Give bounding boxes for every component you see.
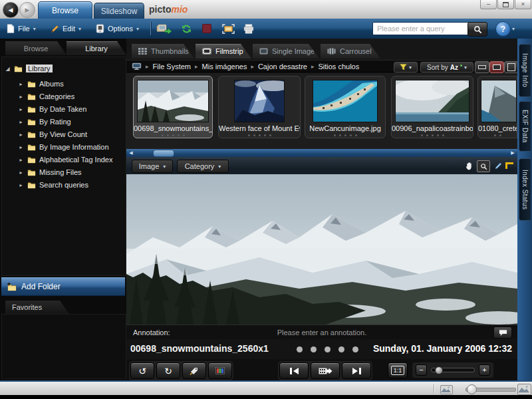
view-size-small-button[interactable] bbox=[475, 61, 489, 73]
tree-item-albums[interactable]: ▸Albums bbox=[2, 78, 64, 90]
tree-collapse-icon[interactable]: ▸ bbox=[18, 94, 24, 100]
actual-size-button[interactable]: 1:1 bbox=[388, 362, 408, 378]
thumbnail-label: 01080_crete bbox=[478, 124, 517, 132]
thumbnail-napali-coast[interactable]: 00906_napalicoastrainbow bbox=[391, 76, 473, 138]
view-tab-carrousel[interactable]: Carrousel bbox=[321, 44, 380, 59]
tree-root-library[interactable]: ◢ Library bbox=[2, 63, 53, 74]
scroll-right-icon[interactable]: ▶ bbox=[508, 149, 517, 157]
tab-image-info[interactable]: Image Info bbox=[519, 44, 531, 97]
previous-image-button[interactable] bbox=[279, 362, 309, 379]
category-menu-button[interactable]: Category▾ bbox=[177, 160, 229, 173]
breadcrumb-file-system[interactable]: File System bbox=[153, 63, 191, 70]
tag-button[interactable] bbox=[182, 362, 206, 379]
thumbnail-crete[interactable]: 01080_crete bbox=[477, 76, 517, 138]
film-advance-icon bbox=[319, 367, 332, 375]
viewer-image-snowmountains[interactable] bbox=[126, 174, 517, 325]
annotation-input[interactable]: Please enter an annotation. bbox=[126, 329, 517, 336]
help-button[interactable]: ? bbox=[495, 21, 511, 37]
logo-mio: mio bbox=[171, 4, 188, 15]
tree-item-search-queries[interactable]: ▸Search queries bbox=[2, 179, 88, 191]
export-images-button[interactable] bbox=[154, 21, 174, 37]
nav-back-button[interactable]: ◀ bbox=[3, 2, 19, 18]
nav-forward-button[interactable]: ▶ bbox=[19, 2, 35, 18]
thumbnail-size-small-icon[interactable] bbox=[440, 385, 453, 394]
sidebar-tab-browse[interactable]: Browse bbox=[5, 41, 66, 55]
add-folder-button[interactable]: Add Folder bbox=[1, 277, 125, 296]
stop-button[interactable] bbox=[200, 21, 214, 37]
view-tab-filmstrip[interactable]: Filmstrip bbox=[196, 44, 251, 59]
filmstrip-scrollbar[interactable]: ◀ ▶ bbox=[126, 149, 517, 157]
breadcrumb-cajon-desastre[interactable]: Cajon desastre bbox=[258, 63, 307, 70]
tree-item-by-image-information[interactable]: ▸By Image Information bbox=[2, 141, 109, 153]
scroll-left-icon[interactable]: ◀ bbox=[126, 149, 136, 157]
tree-collapse-icon[interactable]: ▸ bbox=[18, 144, 24, 150]
file-menu-button[interactable]: File ▾ bbox=[4, 19, 39, 39]
tree-item-alphabetical-tag-index[interactable]: ▸Alphabetical Tag Index bbox=[2, 154, 113, 166]
thumbnail-size-slider-knob[interactable] bbox=[467, 384, 477, 394]
tree-collapse-icon[interactable]: ▸ bbox=[18, 182, 24, 188]
thumbnail-snowmountains[interactable]: 00698_snowmountains_25 bbox=[133, 76, 213, 138]
thumbnail-image bbox=[395, 80, 469, 122]
search-input[interactable] bbox=[372, 22, 472, 35]
favorites-tab[interactable]: Favorites bbox=[5, 301, 69, 314]
window-minimize-button[interactable]: – bbox=[480, 0, 497, 9]
tree-collapse-icon[interactable]: ▸ bbox=[18, 81, 24, 87]
breadcrumb-mis-imagenes[interactable]: Mis imágenes bbox=[202, 63, 247, 70]
thumbnail-size-large-icon[interactable] bbox=[517, 384, 531, 395]
tree-collapse-icon[interactable]: ▸ bbox=[18, 119, 24, 125]
tree-item-by-date-taken[interactable]: ▸By Date Taken bbox=[2, 103, 86, 115]
tab-exif-data[interactable]: EXIF Data bbox=[519, 101, 531, 152]
image-editor-button[interactable] bbox=[219, 21, 237, 37]
tree-collapse-icon[interactable]: ▸ bbox=[18, 170, 24, 176]
crop-corner-button[interactable] bbox=[503, 160, 515, 171]
zoom-slider-track[interactable] bbox=[431, 368, 475, 372]
tree-item-by-rating[interactable]: ▸By Rating bbox=[2, 116, 71, 128]
next-image-button[interactable] bbox=[342, 362, 371, 379]
zoom-out-button[interactable]: − bbox=[416, 364, 427, 376]
tree-item-by-view-count[interactable]: ▸By View Count bbox=[2, 128, 87, 140]
tree-item-missing-files[interactable]: ▸Missing Files bbox=[2, 166, 82, 178]
tree-collapse-icon[interactable]: ▸ bbox=[18, 132, 24, 138]
filmstrip-scrollbar-thumb[interactable] bbox=[153, 150, 174, 157]
refresh-button[interactable] bbox=[178, 21, 194, 37]
options-menu-button[interactable]: Options ▾ bbox=[93, 19, 142, 39]
view-size-medium-button[interactable] bbox=[489, 61, 504, 73]
annotate-pen-button[interactable] bbox=[492, 160, 504, 171]
tab-slideshow[interactable]: Slideshow bbox=[94, 3, 144, 19]
thumbnail-mount-everest[interactable]: Western face of Mount Ev bbox=[218, 76, 301, 138]
sidebar-tab-library[interactable]: Library bbox=[66, 41, 126, 55]
edit-menu-button[interactable]: Edit ▾ bbox=[48, 19, 84, 39]
view-tab-single-image[interactable]: Single Image bbox=[253, 44, 319, 59]
view-size-large-button[interactable] bbox=[504, 61, 519, 73]
image-rating-dots[interactable] bbox=[297, 346, 358, 352]
tree-collapse-icon[interactable]: ▸ bbox=[18, 157, 24, 163]
filter-button[interactable]: ▾ bbox=[394, 62, 418, 72]
window-close-button[interactable]: × bbox=[515, 0, 531, 9]
zoom-slider-knob[interactable] bbox=[435, 366, 443, 374]
tab-browse[interactable]: Browse bbox=[38, 1, 92, 19]
rotate-cw-button[interactable]: ↻ bbox=[156, 362, 180, 379]
breadcrumb-sitios-chulos[interactable]: Sitios chulos bbox=[318, 63, 359, 70]
speech-bubble-icon bbox=[499, 329, 507, 336]
tree-collapse-icon[interactable]: ▸ bbox=[18, 106, 24, 112]
rating-dots bbox=[219, 134, 300, 136]
thumbnail-cancun[interactable]: NewCancunimage.jpg bbox=[305, 76, 386, 138]
pan-hand-button[interactable] bbox=[463, 160, 475, 171]
zoom-tool-button[interactable] bbox=[477, 160, 490, 172]
color-adjust-button[interactable] bbox=[208, 362, 232, 379]
tree-expanded-icon[interactable]: ◢ bbox=[5, 66, 11, 72]
tree-item-categories[interactable]: ▸Categories bbox=[2, 90, 74, 102]
actual-size-icon: 1:1 bbox=[391, 366, 405, 375]
window-maximize-button[interactable] bbox=[497, 0, 514, 9]
rotate-ccw-button[interactable]: ↺ bbox=[130, 362, 154, 379]
print-button[interactable] bbox=[241, 21, 257, 37]
annotation-bubble-button[interactable] bbox=[493, 327, 512, 338]
tab-index-status[interactable]: Index Status bbox=[519, 158, 531, 221]
sort-button[interactable]: Sort by Az ▾ bbox=[420, 62, 473, 72]
tab-exif-data-label: EXIF Data bbox=[521, 110, 529, 143]
zoom-in-button[interactable]: + bbox=[479, 364, 490, 376]
search-button[interactable] bbox=[467, 22, 487, 37]
slideshow-play-button[interactable] bbox=[311, 362, 340, 379]
image-menu-button[interactable]: Image▾ bbox=[132, 160, 173, 173]
view-tab-thumbnails[interactable]: Thumbnails bbox=[132, 44, 194, 59]
